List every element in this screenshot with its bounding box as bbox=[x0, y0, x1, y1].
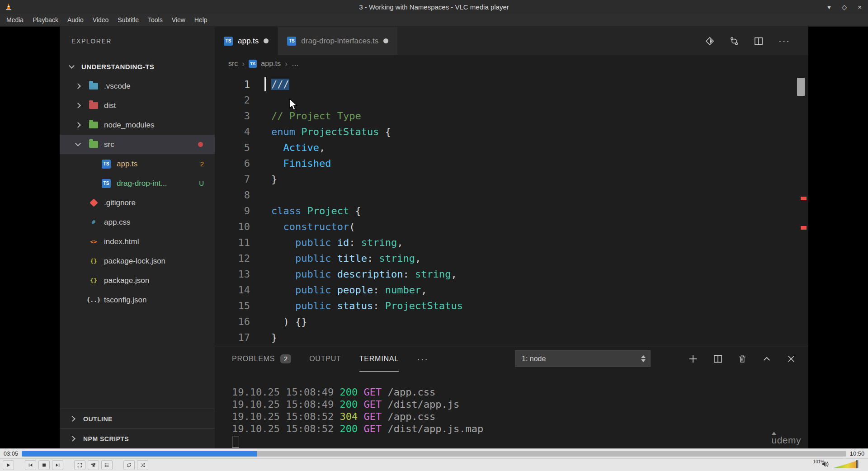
menu-subtitle[interactable]: Subtitle bbox=[113, 14, 143, 26]
terminal-cursor-line bbox=[232, 435, 799, 450]
chevron-right-icon bbox=[72, 104, 83, 108]
line-number: 4 bbox=[215, 124, 250, 140]
tree-item-package-json[interactable]: {}package.json bbox=[60, 271, 215, 290]
play-button[interactable] bbox=[3, 460, 14, 470]
ts-file-icon: TS bbox=[224, 37, 233, 46]
extended-settings-button[interactable] bbox=[88, 460, 99, 470]
tree-item-label: .vscode bbox=[104, 82, 131, 91]
previous-button[interactable] bbox=[25, 460, 36, 470]
loop-button[interactable] bbox=[123, 460, 135, 470]
random-button[interactable] bbox=[137, 460, 148, 470]
code-line: 8 bbox=[215, 187, 808, 203]
file-type-git-icon bbox=[88, 200, 99, 206]
chevron-right-icon bbox=[67, 417, 78, 421]
breadcrumb-item[interactable]: … bbox=[292, 60, 299, 68]
editor-tab-bar: TSapp.tsTSdrag-drop-interfaces.ts··· bbox=[215, 27, 808, 55]
ts-file-icon: TS bbox=[249, 60, 257, 68]
tree-item-tsconfig-json[interactable]: {..}tsconfig.json bbox=[60, 290, 215, 310]
panel-tab-output[interactable]: OUTPUT bbox=[309, 346, 341, 372]
menu-help[interactable]: Help bbox=[190, 14, 212, 26]
line-number: 10 bbox=[215, 219, 250, 235]
panel-tab-terminal[interactable]: TERMINAL bbox=[359, 346, 399, 372]
panel-tab-label: TERMINAL bbox=[359, 355, 399, 363]
seek-bar[interactable] bbox=[22, 451, 846, 457]
tab-label: drag-drop-interfaces.ts bbox=[301, 37, 378, 46]
line-number: 5 bbox=[215, 140, 250, 155]
line-number: 8 bbox=[215, 187, 250, 203]
code-line: 9class Project { bbox=[215, 203, 808, 219]
tree-item-label: drag-drop-int... bbox=[117, 179, 167, 188]
tree-item-app-ts[interactable]: TSapp.ts2 bbox=[60, 154, 215, 174]
tree-item-badge: U bbox=[199, 179, 204, 187]
tree-item-dist[interactable]: dist bbox=[60, 96, 215, 115]
tree-item-index-html[interactable]: <>index.html bbox=[60, 232, 215, 251]
panel-maximize-icon[interactable] bbox=[762, 354, 771, 363]
menu-tools[interactable]: Tools bbox=[143, 14, 167, 26]
file-type-json-icon: {} bbox=[88, 277, 99, 284]
tree-item-badge: 2 bbox=[200, 160, 204, 168]
code-line: 3// Project Type bbox=[215, 108, 808, 124]
minimize-button[interactable]: ▾ bbox=[827, 4, 831, 10]
tree-item-node-modules[interactable]: node_modules bbox=[60, 115, 215, 135]
playlist-button[interactable] bbox=[101, 460, 113, 470]
minimap-thumb[interactable] bbox=[797, 78, 805, 96]
tree-item-package-lock-json[interactable]: {}package-lock.json bbox=[60, 251, 215, 271]
tree-item--gitignore[interactable]: .gitignore bbox=[60, 193, 215, 212]
modified-dot-icon[interactable] bbox=[383, 38, 388, 43]
explorer-sidebar: EXPLORER UNDERSTANDING-TS .vscodedistnod… bbox=[60, 27, 215, 448]
new-terminal-icon[interactable] bbox=[688, 354, 698, 364]
breadcrumb-item[interactable]: src bbox=[228, 60, 238, 68]
tree-item-drag-drop-int-[interactable]: TSdrag-drop-int...U bbox=[60, 174, 215, 193]
menu-view[interactable]: View bbox=[167, 14, 190, 26]
menu-playback[interactable]: Playback bbox=[28, 14, 63, 26]
menu-audio[interactable]: Audio bbox=[63, 14, 88, 26]
tree-item-src[interactable]: src bbox=[60, 135, 215, 154]
tab-drag-drop-interfaces-ts[interactable]: TSdrag-drop-interfaces.ts bbox=[278, 27, 397, 55]
split-editor-icon[interactable] bbox=[754, 37, 763, 46]
panel-tab-problems[interactable]: PROBLEMS2 bbox=[232, 346, 291, 372]
more-actions-icon[interactable]: ··· bbox=[778, 36, 790, 46]
kill-terminal-icon[interactable] bbox=[738, 354, 747, 363]
menu-media[interactable]: Media bbox=[2, 14, 28, 26]
menu-video[interactable]: Video bbox=[88, 14, 113, 26]
code-line-content: enum ProjectStatus { bbox=[271, 124, 391, 140]
next-button[interactable] bbox=[52, 460, 63, 470]
breadcrumb-item[interactable]: app.ts bbox=[261, 60, 281, 68]
volume-control[interactable]: 101% bbox=[822, 460, 868, 470]
tree-item--vscode[interactable]: .vscode bbox=[60, 76, 215, 96]
file-type-css-icon: # bbox=[88, 219, 99, 226]
code-line-content: class Project { bbox=[271, 203, 361, 219]
tab-app-ts[interactable]: TSapp.ts bbox=[215, 27, 278, 55]
section-outline[interactable]: OUTLINE bbox=[60, 409, 215, 429]
video-frame[interactable]: EXPLORER UNDERSTANDING-TS .vscodedistnod… bbox=[0, 27, 868, 448]
code-line-content: } bbox=[271, 171, 277, 187]
maximize-button[interactable]: ◇ bbox=[842, 4, 847, 10]
folder-icon bbox=[88, 122, 99, 128]
close-button[interactable]: × bbox=[858, 4, 862, 10]
terminal-shell-select[interactable]: 1: node bbox=[515, 350, 651, 367]
code-line: 17} bbox=[215, 330, 808, 345]
mouse-cursor bbox=[288, 99, 298, 113]
panel-close-icon[interactable] bbox=[787, 354, 796, 363]
section-label: NPM SCRIPTS bbox=[83, 435, 129, 443]
tree-item-app-css[interactable]: #app.css bbox=[60, 212, 215, 232]
modified-dot-icon[interactable] bbox=[264, 38, 269, 43]
menu-bar: MediaPlaybackAudioVideoSubtitleToolsView… bbox=[0, 14, 868, 27]
panel-more-icon[interactable]: ··· bbox=[417, 346, 429, 372]
file-tree: .vscodedistnode_modulessrcTSapp.ts2TSdra… bbox=[60, 76, 215, 310]
section-npm-scripts[interactable]: NPM SCRIPTS bbox=[60, 429, 215, 448]
code-line-content: /// bbox=[271, 76, 289, 92]
line-number: 12 bbox=[215, 250, 250, 266]
terminal-output[interactable]: 19.10.25 15:08:49 200 GET /app.css19.10.… bbox=[232, 386, 799, 450]
vlc-title-bar: 3 - Working with Namespaces - VLC media … bbox=[0, 0, 868, 14]
stop-button[interactable] bbox=[38, 460, 50, 470]
code-editor[interactable]: 1///23// Project Type4enum ProjectStatus… bbox=[215, 72, 808, 346]
split-terminal-icon[interactable] bbox=[713, 354, 722, 363]
fullscreen-button[interactable] bbox=[74, 460, 85, 470]
file-type-tsconfig-icon: {..} bbox=[88, 297, 99, 303]
error-marker bbox=[801, 197, 807, 200]
workspace-root[interactable]: UNDERSTANDING-TS bbox=[60, 57, 215, 76]
volume-slider[interactable] bbox=[833, 460, 859, 470]
git-compare-icon[interactable] bbox=[730, 37, 739, 46]
open-changes-icon[interactable] bbox=[705, 37, 714, 46]
